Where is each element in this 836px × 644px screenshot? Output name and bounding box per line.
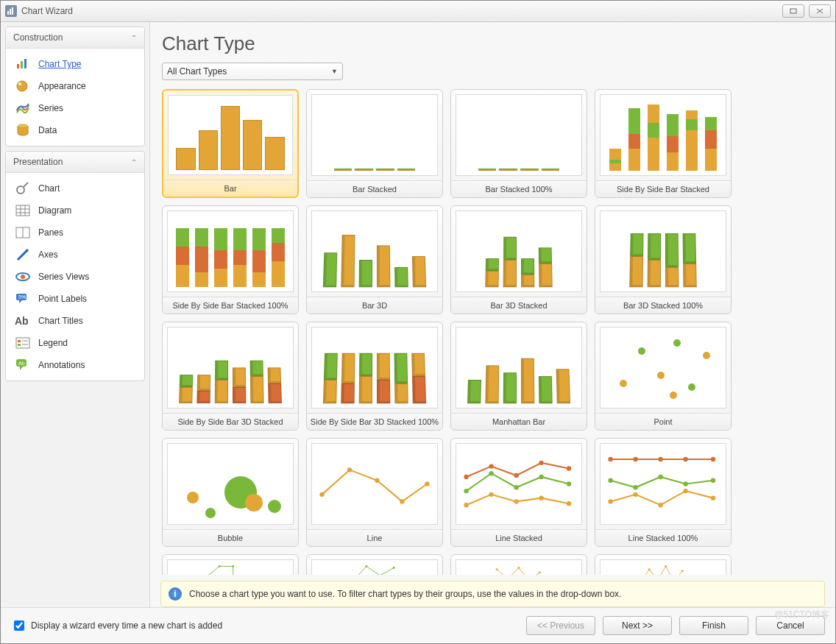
svg-point-46 [567, 501, 571, 506]
finish-button[interactable]: Finish [679, 616, 748, 635]
sidebar-item-label: Chart Type [38, 59, 81, 69]
chart-type-label: Side By Side Bar 3D Stacked [163, 413, 298, 430]
svg-text:5%: 5% [18, 294, 26, 300]
chart-type-preview [311, 210, 438, 292]
app-icon [5, 5, 17, 17]
chart-type-label: Point [595, 413, 731, 430]
svg-rect-3 [790, 9, 796, 13]
chart-type-gallery-scroll[interactable]: BarBar StackedBar Stacked 100%Side By Si… [150, 86, 835, 575]
nav-axes[interactable]: Axes [7, 244, 143, 266]
chart-type-tile[interactable] [450, 554, 587, 575]
chart-type-tile[interactable]: Line Stacked [450, 438, 587, 547]
nav-appearance[interactable]: Appearance [7, 75, 143, 97]
nav-point-labels[interactable]: 5%Point Labels [7, 288, 143, 310]
sidebar-group-header[interactable]: Presentation⌃ [6, 152, 144, 173]
chart-type-tile[interactable]: Bar Stacked 100% [450, 89, 587, 198]
nav-legend[interactable]: Legend [7, 332, 143, 354]
chart-type-preview [167, 327, 294, 408]
svg-point-85 [539, 571, 541, 573]
chart-type-tile[interactable]: Side By Side Bar Stacked [595, 89, 732, 198]
sidebar-item-label: Diagram [38, 205, 71, 216]
chart-type-tile[interactable]: Line Stacked 100% [595, 438, 732, 547]
svg-point-55 [539, 461, 543, 465]
chart-type-tile[interactable]: Bar Stacked [306, 89, 443, 198]
next-button[interactable]: Next >> [603, 616, 672, 635]
nav-panes[interactable]: Panes [7, 222, 143, 244]
svg-point-89 [665, 565, 667, 567]
chart-type-tile[interactable]: Point [595, 322, 732, 431]
nav-chart-icon [15, 181, 31, 196]
svg-point-12 [17, 186, 24, 194]
chart-type-tile[interactable]: Bar 3D [306, 205, 443, 314]
chart-type-preview [167, 443, 294, 525]
chart-wizard-window: Chart Wizard Construction⌃Chart TypeAppe… [0, 0, 836, 644]
sidebar-group-header[interactable]: Construction⌃ [6, 27, 144, 49]
nav-chart-type[interactable]: Chart Type [7, 53, 143, 75]
window-title: Chart Wizard [21, 6, 782, 16]
chart-type-label: Line Stacked 100% [595, 529, 731, 546]
nav-annotations[interactable]: AbAnnotations [7, 354, 143, 376]
wizard-footer: Display a wizard every time a new chart … [1, 607, 835, 643]
svg-point-47 [464, 489, 468, 493]
chart-type-preview [600, 210, 726, 292]
chart-type-preview [600, 559, 726, 575]
nav-appearance-icon [15, 79, 31, 93]
nav-chart-titles[interactable]: AbChart Titles [7, 310, 143, 332]
svg-point-53 [489, 464, 493, 468]
previous-button[interactable]: << Previous [526, 616, 595, 635]
svg-rect-0 [7, 11, 9, 15]
svg-point-83 [518, 567, 520, 569]
nav-data[interactable]: Data [7, 119, 143, 141]
chart-type-filter-combo[interactable]: All Chart Types ▼ [162, 63, 343, 80]
display-wizard-checkbox-input[interactable] [14, 620, 24, 631]
svg-point-43 [489, 492, 493, 497]
display-wizard-checkbox[interactable]: Display a wizard every time a new chart … [11, 618, 519, 633]
chart-type-tile[interactable]: Bubble [162, 438, 299, 547]
svg-marker-36 [20, 367, 23, 370]
svg-text:Ab: Ab [15, 315, 29, 327]
sidebar-item-label: Legend [38, 338, 68, 348]
chart-type-preview [600, 327, 726, 408]
chart-type-label: Bar 3D Stacked [451, 297, 587, 314]
svg-line-13 [24, 183, 28, 187]
chart-type-tile[interactable] [306, 554, 443, 575]
nav-chart[interactable]: Chart [7, 177, 143, 199]
nav-axes-icon [15, 247, 31, 262]
svg-point-74 [232, 565, 234, 567]
chart-type-tile[interactable]: Side By Side Bar 3D Stacked [162, 322, 299, 431]
sidebar-group-title: Presentation [13, 157, 63, 167]
chart-type-tile[interactable]: Bar 3D Stacked 100% [595, 205, 732, 314]
chart-type-tile[interactable]: Bar [162, 89, 299, 198]
chart-type-label: Bar Stacked 100% [451, 180, 587, 197]
chart-type-tile[interactable] [595, 554, 732, 575]
sidebar-item-label: Data [38, 125, 57, 135]
svg-point-59 [658, 503, 662, 507]
chart-type-label: Bar 3D [307, 297, 442, 314]
chart-type-label: Bubble [163, 529, 298, 546]
sidebar-item-label: Annotations [38, 360, 85, 370]
svg-rect-14 [16, 205, 29, 216]
info-icon: i [169, 587, 182, 601]
svg-point-66 [711, 478, 715, 483]
chart-type-tile[interactable]: Bar 3D Stacked [450, 205, 587, 314]
svg-rect-29 [16, 338, 29, 348]
maximize-button[interactable] [782, 4, 804, 18]
nav-series[interactable]: Series [7, 97, 143, 119]
svg-point-87 [648, 568, 651, 570]
nav-series-views[interactable]: Series Views [7, 266, 143, 288]
cancel-button[interactable]: Cancel [756, 616, 825, 635]
chart-type-tile[interactable]: Line [306, 438, 443, 547]
chart-type-label: Side By Side Bar Stacked [595, 180, 731, 197]
chart-type-tile[interactable]: Side By Side Bar Stacked 100% [162, 205, 299, 314]
nav-diagram[interactable]: Diagram [7, 199, 143, 222]
chart-type-tile[interactable]: Side By Side Bar 3D Stacked 100% [306, 322, 443, 431]
chart-type-label: Side By Side Bar 3D Stacked 100% [307, 413, 442, 430]
chart-type-tile[interactable]: Manhattan Bar [450, 322, 587, 431]
sidebar-item-label: Appearance [38, 81, 86, 91]
page-title: Chart Type [150, 22, 835, 63]
close-button[interactable] [809, 4, 831, 18]
titlebar: Chart Wizard [1, 1, 835, 22]
svg-point-70 [683, 457, 687, 461]
chart-type-tile[interactable] [162, 554, 299, 575]
nav-diagram-icon [15, 203, 31, 218]
